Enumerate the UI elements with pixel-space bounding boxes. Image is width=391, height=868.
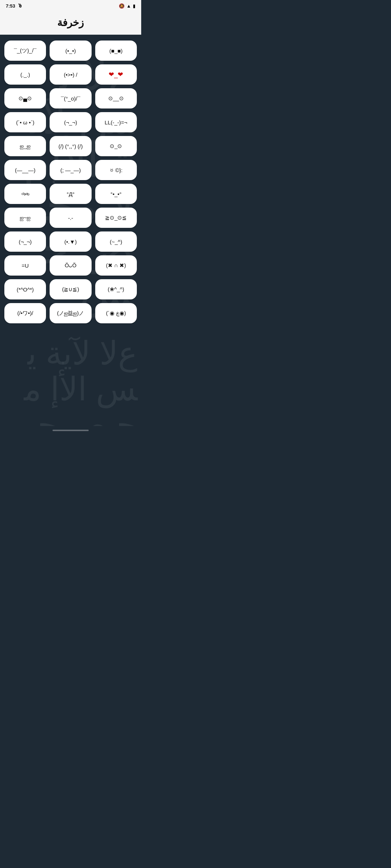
emoji-button-31[interactable]: (*^O^*) xyxy=(4,279,46,299)
emoji-button-25[interactable]: (¬_¬) xyxy=(4,231,46,252)
status-bar: 7:53 🖰 🔕 ▲ ▮ xyxy=(0,0,141,12)
emoji-button-8[interactable]: ¯(°_o)/¯ xyxy=(50,88,91,109)
emoji-button-27[interactable]: (~_^) xyxy=(95,231,137,252)
app-header: زخرفة xyxy=(0,12,141,35)
bottom-watermark: عﻻ لآية يس الأإ محيص حس ابت لآ الﻻو أيةع… xyxy=(0,332,141,426)
emoji-button-36[interactable]: (´◉ ڿ◉) xyxy=(95,303,137,323)
emoji-button-30[interactable]: (✖ ∩ ✖) xyxy=(95,255,137,276)
status-right: 🔕 ▲ ▮ xyxy=(119,3,135,9)
emoji-button-22[interactable]: ஐ~ஐ xyxy=(4,208,46,228)
sim-icon: 🖰 xyxy=(17,3,22,9)
emoji-button-35[interactable]: (ノஐ益ஐ)ノ xyxy=(50,303,91,323)
battery-icon: ▮ xyxy=(133,3,135,9)
emoji-button-2[interactable]: (•_•) xyxy=(50,41,91,61)
emoji-button-28[interactable]: =U xyxy=(4,255,46,276)
bottom-area: عﻻ لآية يس الأإ محيص حس ابت لآ الﻻو أيةع… xyxy=(0,332,141,426)
emoji-button-24[interactable]: ≧⊙_⊙≦ xyxy=(95,208,137,228)
emoji-button-3[interactable]: (■_■) xyxy=(95,41,137,61)
emoji-button-29[interactable]: ŎᴗŎ xyxy=(50,255,91,276)
emoji-grid: ¯_(ツ)_/¯(•_•)(■_■)(._.)(•>•) /❤_❤⊙▄⊙¯(°_… xyxy=(4,41,137,323)
emoji-button-26[interactable]: (•.▼) xyxy=(50,231,91,252)
home-indicator xyxy=(0,426,141,433)
emoji-button-1[interactable]: ¯_(ツ)_/¯ xyxy=(4,41,46,61)
emoji-button-16[interactable]: (—__—) xyxy=(4,160,46,180)
time-display: 7:53 xyxy=(6,3,15,9)
main-content: عﻻ يس لآية الأإمﻻ محيص حس ¯_(ツ)_/¯(•_•)(… xyxy=(0,35,141,332)
emoji-button-34[interactable]: (/•ワ•)/ xyxy=(4,303,46,323)
emoji-button-19[interactable]: ৹ঌ৹৬ xyxy=(4,184,46,204)
emoji-button-11[interactable]: (¬_¬) xyxy=(50,112,91,132)
emoji-button-9[interactable]: ⊙__⊙ xyxy=(95,88,137,109)
emoji-button-4[interactable]: (._.) xyxy=(4,64,46,85)
emoji-button-20[interactable]: °Д° xyxy=(50,184,91,204)
emoji-button-6[interactable]: ❤_❤ xyxy=(95,64,137,85)
emoji-button-18[interactable]: ఠ©}: xyxy=(95,160,137,180)
wifi-icon: ▲ xyxy=(126,3,131,9)
emoji-button-10[interactable]: (´• ω •`) xyxy=(4,112,46,132)
emoji-button-23[interactable]: -.- xyxy=(50,208,91,228)
emoji-button-13[interactable]: ஐ_ஐ xyxy=(4,136,46,156)
home-bar xyxy=(52,430,89,431)
emoji-button-33[interactable]: (❀^_^) xyxy=(95,279,137,299)
emoji-button-15[interactable]: ⊙_⊙ xyxy=(95,136,137,156)
app-title: زخرفة xyxy=(0,17,141,29)
emoji-button-7[interactable]: ⊙▄⊙ xyxy=(4,88,46,109)
notification-mute-icon: 🔕 xyxy=(119,3,125,9)
emoji-button-14[interactable]: (/) (°,,°) (/) xyxy=(50,136,91,156)
emoji-button-12[interactable]: LL(-_-)=¬ xyxy=(95,112,137,132)
emoji-button-5[interactable]: (•>•) / xyxy=(50,64,91,85)
status-left: 7:53 🖰 xyxy=(6,3,22,9)
emoji-button-21[interactable]: °•_•° xyxy=(95,184,137,204)
emoji-button-17[interactable]: (; —_—) xyxy=(50,160,91,180)
emoji-button-32[interactable]: (≧∪≦) xyxy=(50,279,91,299)
